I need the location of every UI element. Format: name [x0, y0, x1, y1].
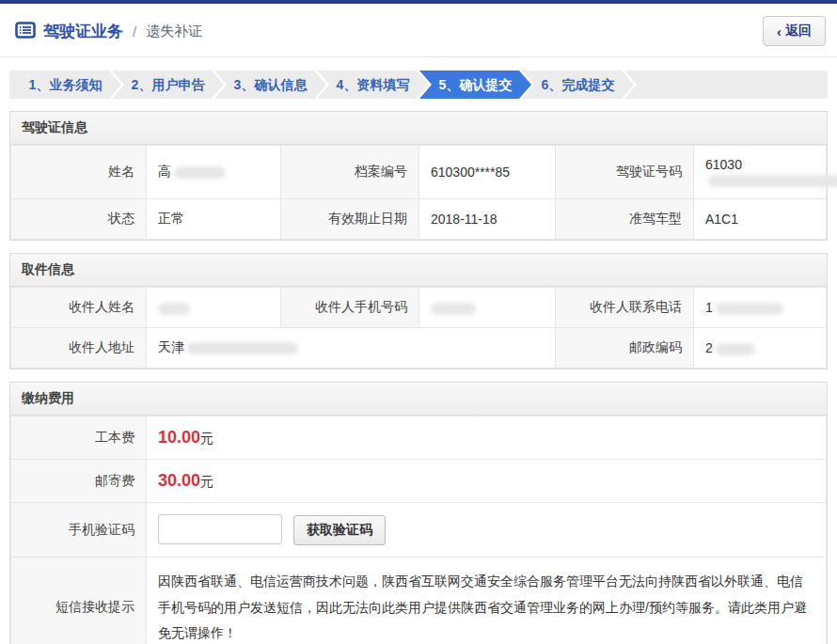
name-label: 姓名 [11, 146, 147, 199]
redacted-recipient-name [158, 303, 190, 315]
production-fee-value: 10.00元 [147, 416, 827, 460]
back-chevron-icon: ‹ [777, 24, 782, 39]
expiry-label: 有效期止日期 [281, 199, 419, 240]
redacted-recipient-address [187, 342, 298, 354]
breadcrumb-separator: / [133, 24, 136, 39]
license-info-section-title: 驾驶证信息 [10, 112, 827, 145]
recipient-phone-label: 收件人联系电话 [556, 288, 694, 328]
back-button-label: 返回 [785, 23, 812, 39]
breadcrumb: 驾驶证业务 / 遗失补证 [15, 21, 202, 42]
header: 驾驶证业务 / 遗失补证 ‹ 返回 [0, 4, 837, 57]
mailing-fee-unit: 元 [200, 474, 213, 489]
recipient-address-label: 收件人地址 [11, 328, 147, 369]
redacted-name [174, 166, 226, 179]
tab-step-3[interactable]: 3、确认信息 [214, 71, 326, 99]
table-row: 手机验证码 获取验证码 [11, 503, 827, 558]
license-info-table: 姓名 高 档案编号 610300****85 驾驶证号码 61030 状态 正常… [10, 145, 827, 240]
page-subtitle: 遗失补证 [146, 23, 202, 40]
table-row: 工本费 10.00元 [11, 416, 827, 460]
page: 驾驶证业务 / 遗失补证 ‹ 返回 1、业务须知 2、用户申告 3、确认信息 4… [0, 0, 837, 644]
production-fee-unit: 元 [200, 431, 213, 446]
tab-step-4[interactable]: 4、资料填写 [317, 71, 429, 99]
fees-section: 缴纳费用 工本费 10.00元 邮寄费 30.00元 手机验证码 获取验证码 短… [9, 382, 828, 644]
tab-step-1[interactable]: 1、业务须知 [9, 71, 121, 99]
redacted-recipient-mobile [431, 303, 476, 315]
sms-notice-label: 短信接收提示 [11, 558, 147, 644]
pickup-info-section: 取件信息 收件人姓名 收件人手机号码 收件人联系电话 1 收件人地址 天津 邮政… [9, 253, 828, 369]
step-tabs-filler [624, 71, 828, 99]
table-row: 姓名 高 档案编号 610300****85 驾驶证号码 61030 [11, 146, 827, 199]
recipient-name-value [147, 288, 281, 328]
vehicle-class-label: 准驾车型 [556, 199, 694, 240]
tab-step-5-active[interactable]: 5、确认提交 [419, 71, 531, 99]
redacted-postal-code [716, 343, 755, 355]
sms-code-label: 手机验证码 [11, 503, 147, 558]
postal-code-value: 2 [694, 328, 827, 369]
tab-step-6[interactable]: 6、完成提交 [522, 71, 634, 99]
table-row: 短信接收提示 因陕西省联通、电信运营商技术问题，陕西省互联网交通安全综合服务管理… [11, 558, 827, 644]
page-title: 驾驶证业务 [43, 21, 123, 42]
license-info-section: 驾驶证信息 姓名 高 档案编号 610300****85 驾驶证号码 61030… [9, 111, 828, 241]
license-list-icon [15, 22, 36, 41]
license-no-value: 61030 [694, 146, 827, 199]
redacted-license-no [708, 175, 837, 187]
expiry-value: 2018-11-18 [419, 199, 556, 240]
mailing-fee-amount: 30.00 [158, 471, 200, 490]
postal-code-label: 邮政编码 [556, 328, 694, 369]
pickup-info-table: 收件人姓名 收件人手机号码 收件人联系电话 1 收件人地址 天津 邮政编码 2 [10, 287, 827, 369]
fees-table: 工本费 10.00元 邮寄费 30.00元 手机验证码 获取验证码 短信接收提示… [10, 416, 827, 644]
get-sms-code-button[interactable]: 获取验证码 [293, 515, 386, 545]
back-button[interactable]: ‹ 返回 [763, 16, 826, 46]
recipient-address-value: 天津 [147, 328, 556, 369]
file-no-value: 610300****85 [419, 146, 556, 199]
redacted-recipient-phone [716, 303, 783, 315]
table-row: 收件人姓名 收件人手机号码 收件人联系电话 1 [11, 288, 827, 328]
vehicle-class-value: A1C1 [694, 199, 827, 240]
file-no-label: 档案编号 [281, 146, 419, 199]
recipient-name-label: 收件人姓名 [11, 288, 147, 328]
recipient-mobile-value [419, 288, 556, 328]
table-row: 收件人地址 天津 邮政编码 2 [11, 328, 827, 369]
sms-notice-text: 因陕西省联通、电信运营商技术问题，陕西省互联网交通安全综合服务管理平台无法向持陕… [147, 558, 827, 644]
step-tabs: 1、业务须知 2、用户申告 3、确认信息 4、资料填写 5、确认提交 6、完成提… [9, 71, 828, 99]
table-row: 状态 正常 有效期止日期 2018-11-18 准驾车型 A1C1 [11, 199, 827, 240]
tab-step-2[interactable]: 2、用户申告 [112, 71, 224, 99]
sms-code-input[interactable] [158, 514, 282, 544]
recipient-mobile-label: 收件人手机号码 [281, 288, 419, 328]
status-label: 状态 [11, 199, 147, 240]
pickup-info-section-title: 取件信息 [10, 254, 827, 287]
name-value: 高 [147, 146, 281, 199]
mailing-fee-label: 邮寄费 [11, 460, 147, 503]
production-fee-amount: 10.00 [158, 428, 200, 447]
status-value: 正常 [147, 199, 281, 240]
fees-section-title: 缴纳费用 [10, 383, 827, 416]
license-no-label: 驾驶证号码 [556, 146, 694, 199]
table-row: 邮寄费 30.00元 [11, 460, 827, 503]
production-fee-label: 工本费 [11, 416, 147, 460]
mailing-fee-value: 30.00元 [147, 460, 827, 503]
recipient-phone-value: 1 [694, 288, 827, 328]
sms-code-cell: 获取验证码 [147, 503, 827, 558]
